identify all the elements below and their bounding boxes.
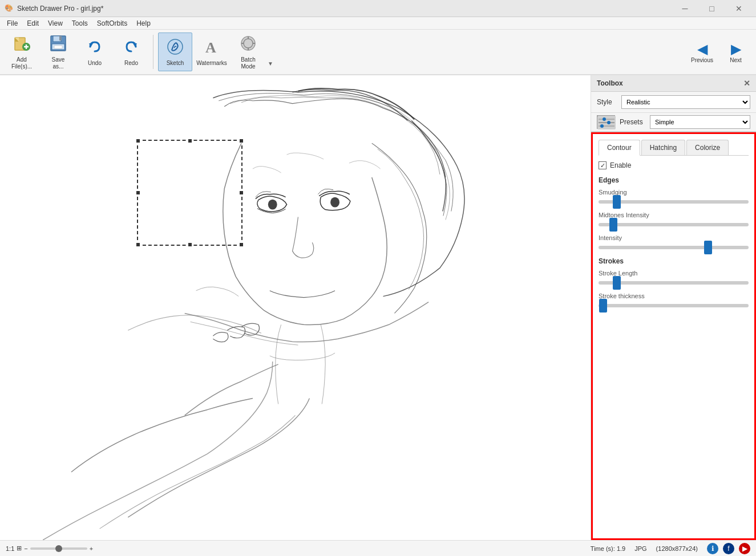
style-row: Style Realistic xyxy=(591,92,756,113)
tab-contour[interactable]: Contour xyxy=(599,140,640,156)
batch-mode-icon xyxy=(239,34,257,55)
enable-checkbox[interactable] xyxy=(599,161,607,169)
toolbar-nav: ◀ Previous ▶ Next xyxy=(686,33,751,71)
smudging-thumb[interactable] xyxy=(613,195,621,209)
tab-hatching[interactable]: Hatching xyxy=(641,140,685,155)
next-button[interactable]: ▶ Next xyxy=(720,33,751,71)
watermarks-icon: A xyxy=(203,38,221,59)
minimize-button[interactable]: ─ xyxy=(672,0,698,17)
menu-softorbits[interactable]: SoftOrbits xyxy=(92,18,132,29)
menubar: File Edit View Tools SoftOrbits Help xyxy=(0,17,756,30)
svg-point-22 xyxy=(330,197,339,208)
window-controls: ─ □ ✕ xyxy=(672,0,751,17)
svg-point-28 xyxy=(607,121,611,124)
redo-button[interactable]: Redo xyxy=(114,33,148,71)
add-files-label: AddFile(s)... xyxy=(11,56,32,70)
toolbar: AddFile(s)... Saveas... Undo Redo Sketch… xyxy=(0,30,756,75)
social-icon-2[interactable]: ▶ xyxy=(739,543,750,554)
svg-point-27 xyxy=(603,117,606,121)
edges-section: Edges Smudging Midtones Intensity xyxy=(599,176,749,249)
tab-colorize[interactable]: Colorize xyxy=(686,140,729,155)
smudging-label: Smudging xyxy=(599,189,749,196)
smudging-slider-container: Smudging xyxy=(599,189,749,204)
enable-label: Enable xyxy=(610,161,631,169)
zoom-plus-icon: + xyxy=(90,545,93,552)
canvas-area[interactable] xyxy=(0,75,591,540)
edges-title: Edges xyxy=(599,176,749,184)
undo-icon xyxy=(86,38,104,59)
presets-label: Presets xyxy=(620,118,645,126)
next-icon: ▶ xyxy=(731,41,741,57)
time-label-value: Time (s): 1.9 xyxy=(591,545,625,552)
intensity-thumb[interactable] xyxy=(704,241,712,254)
strokes-title: Strokes xyxy=(599,257,749,265)
menu-edit[interactable]: Edit xyxy=(22,18,43,29)
midtones-intensity-thumb[interactable] xyxy=(609,218,617,232)
panel-content: Contour Hatching Colorize Enable Edges S… xyxy=(591,132,756,540)
intensity-slider-container: Intensity xyxy=(599,234,749,249)
nav-buttons: ◀ Previous ▶ Next xyxy=(686,33,751,71)
zoom-thumb[interactable] xyxy=(55,545,62,552)
info-icon[interactable]: ℹ xyxy=(707,543,718,554)
toolbox-close-button[interactable]: ✕ xyxy=(743,79,750,88)
style-select[interactable]: Realistic xyxy=(621,95,750,109)
social-icon-1[interactable]: f xyxy=(723,543,734,554)
svg-point-21 xyxy=(268,200,277,210)
midtones-intensity-slider-container: Midtones Intensity xyxy=(599,212,749,226)
menu-help[interactable]: Help xyxy=(132,18,155,29)
toolbar-dropdown-arrow[interactable]: ▼ xyxy=(268,33,273,71)
stroke-thickness-track[interactable] xyxy=(599,304,749,307)
zoom-fit-icon: ⊞ xyxy=(17,545,22,552)
app-icon: 🎨 xyxy=(5,4,14,13)
add-files-button[interactable]: AddFile(s)... xyxy=(5,33,39,71)
sketch-button[interactable]: Sketch xyxy=(158,33,192,71)
intensity-label: Intensity xyxy=(599,234,749,241)
save-as-label: Saveas... xyxy=(52,56,65,70)
style-label: Style xyxy=(597,98,617,106)
batch-mode-label: BatchMode xyxy=(241,56,256,70)
zoom-slider[interactable]: − + xyxy=(24,545,93,552)
watermarks-label: Watermarks xyxy=(196,60,227,67)
save-as-icon xyxy=(49,34,67,55)
presets-row: Presets Simple xyxy=(591,113,756,132)
right-panel: Toolbox ✕ Style Realistic Presets Simple… xyxy=(591,75,756,540)
status-info: Time (s): 1.9 JPG (1280x877x24) ℹ f ▶ xyxy=(591,543,750,554)
watermarks-button[interactable]: A Watermarks xyxy=(195,33,229,71)
zoom-track[interactable] xyxy=(30,547,87,550)
add-files-icon xyxy=(13,34,31,55)
previous-button[interactable]: ◀ Previous xyxy=(686,33,718,71)
format-value: JPG xyxy=(634,545,646,552)
toolbox-header: Toolbox ✕ xyxy=(591,75,756,92)
save-as-button[interactable]: Saveas... xyxy=(41,33,75,71)
maximize-button[interactable]: □ xyxy=(699,0,725,17)
main-content: Toolbox ✕ Style Realistic Presets Simple… xyxy=(0,75,756,540)
intensity-track[interactable] xyxy=(599,246,749,249)
stroke-length-thumb[interactable] xyxy=(613,276,621,290)
batch-mode-button[interactable]: BatchMode xyxy=(231,33,265,71)
previous-icon: ◀ xyxy=(697,41,708,57)
dimensions-value: (1280x877x24) xyxy=(656,545,698,552)
svg-rect-8 xyxy=(59,36,62,40)
zoom-minus-icon: − xyxy=(24,545,27,552)
time-value: 1.9 xyxy=(617,545,625,552)
undo-button[interactable]: Undo xyxy=(78,33,112,71)
stroke-length-track[interactable] xyxy=(599,281,749,285)
menu-view[interactable]: View xyxy=(43,18,67,29)
time-label: Time (s): xyxy=(591,545,615,552)
stroke-thickness-label: Stroke thickness xyxy=(599,293,749,299)
midtones-intensity-track[interactable] xyxy=(599,223,749,226)
zoom-value: 1:1 xyxy=(6,545,14,552)
enable-row: Enable xyxy=(599,161,749,169)
svg-point-29 xyxy=(600,124,604,128)
menu-file[interactable]: File xyxy=(2,18,22,29)
stroke-thickness-thumb[interactable] xyxy=(599,299,607,313)
smudging-track[interactable] xyxy=(599,200,749,204)
tabs: Contour Hatching Colorize xyxy=(599,140,749,156)
redo-label: Redo xyxy=(124,60,138,67)
menu-tools[interactable]: Tools xyxy=(67,18,92,29)
presets-select[interactable]: Simple xyxy=(650,115,750,129)
midtones-intensity-label: Midtones Intensity xyxy=(599,212,749,218)
close-button[interactable]: ✕ xyxy=(726,0,751,17)
statusbar: 1:1 ⊞ − + Time (s): 1.9 JPG (1280x877x24… xyxy=(0,540,756,556)
redo-icon xyxy=(122,38,140,59)
